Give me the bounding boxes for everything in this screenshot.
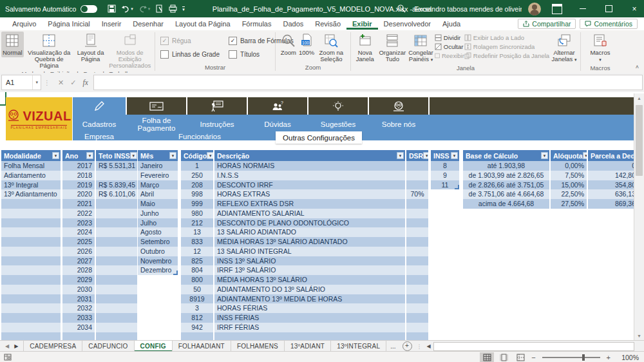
cell[interactable] (181, 332, 213, 341)
record-macro-icon[interactable] (0, 354, 12, 361)
comments-button[interactable]: Comentários (580, 19, 638, 29)
custom-views-button[interactable]: Modos de Exibição Personalizados (106, 32, 153, 70)
page-break-preview-button[interactable]: Visualização da Quebra de Página (24, 32, 75, 70)
cell[interactable]: Outubro (138, 247, 178, 256)
cell[interactable] (1, 323, 61, 332)
synchronous-scrolling-button[interactable]: Rolagem Sincronizada (464, 43, 549, 50)
restore-button[interactable] (599, 0, 618, 17)
cell[interactable]: 2018 (62, 171, 95, 180)
cell[interactable]: 2025 (62, 237, 95, 247)
cell[interactable]: MÉDIA HORAS 13º SALÁRIO (214, 275, 405, 285)
cell[interactable]: HORAS FÉRIAS (214, 303, 405, 313)
cell[interactable]: R$ 5.839,45 (96, 180, 137, 190)
cell[interactable]: 804 (181, 265, 213, 275)
cell[interactable]: ADIANTAMENTO 13º MEDIA DE HORAS (214, 294, 405, 304)
ribbon-tab-fórmulas[interactable]: Fórmulas (236, 19, 278, 30)
name-box-dropdown-icon[interactable]: ▾ (32, 75, 41, 90)
cell[interactable] (96, 323, 137, 332)
cell[interactable] (406, 199, 428, 209)
cell[interactable]: Março (138, 180, 178, 190)
new-window-button[interactable]: Nova Janela (352, 32, 377, 64)
cell[interactable]: 13 (181, 227, 213, 237)
column-header[interactable]: INSS▼ (431, 150, 459, 161)
filter-dropdown-icon[interactable]: ▼ (52, 152, 59, 159)
cell[interactable]: 7,50% (551, 171, 587, 180)
collapse-ribbon-icon[interactable]: ˄ (636, 64, 639, 70)
view-side-by-side-button[interactable]: Exibir Lado a Lado (464, 34, 549, 41)
cell[interactable]: INSS FÉRIAS (214, 313, 405, 323)
cell[interactable] (96, 247, 137, 256)
cell[interactable]: 354,80 (588, 180, 638, 190)
cell[interactable] (406, 313, 428, 323)
filter-dropdown-icon[interactable]: ▼ (583, 152, 587, 159)
filter-dropdown-icon[interactable]: ▼ (130, 152, 137, 159)
cell[interactable] (1, 199, 61, 209)
cell[interactable]: 2021 (62, 199, 95, 209)
cell[interactable] (406, 209, 428, 218)
cell[interactable] (406, 218, 428, 228)
cell[interactable] (96, 265, 137, 275)
cell[interactable]: de 3.751,06 até 4.664,68 (463, 189, 549, 199)
column-header[interactable]: Modalidade▼ (1, 150, 61, 161)
ribbon-tab-desenhar[interactable]: Desenhar (127, 19, 169, 30)
cell[interactable]: acima de 4.664,68 (463, 199, 549, 209)
hscroll-left-icon[interactable]: ◀ (424, 343, 433, 349)
cell[interactable]: 2029 (62, 275, 95, 285)
cell[interactable] (406, 332, 428, 341)
nav-tab-folha-pagamento[interactable]: Folha de Pagamento (127, 116, 186, 133)
sheet-nav-left-icon[interactable]: ◀ (5, 343, 9, 349)
cell[interactable]: Abril (138, 189, 178, 199)
column-header[interactable]: DSR▼ (406, 150, 428, 161)
split-button[interactable]: Dividir (435, 34, 464, 41)
cell[interactable]: 2032 (62, 303, 95, 313)
customize-qat-icon[interactable]: ▾ (180, 5, 187, 13)
cell[interactable] (96, 256, 137, 266)
cell[interactable] (406, 227, 428, 237)
ribbon-tab-arquivo[interactable]: Arquivo (6, 19, 42, 30)
cell[interactable]: 2019 (62, 180, 95, 190)
cell[interactable]: 999 (181, 199, 213, 209)
horizontal-scrollbar-thumb[interactable] (433, 342, 634, 351)
cell[interactable]: 2024 (62, 227, 95, 237)
cell[interactable] (406, 171, 428, 180)
cell[interactable]: 13 SALÁRIO ADIANTADO (214, 227, 405, 237)
sheet-tab-folhamens[interactable]: FOLHAMENS (231, 341, 285, 352)
nav-box-folha-pagamento[interactable] (127, 97, 186, 115)
nav-box-sobre-nos[interactable] (369, 97, 428, 115)
print-icon[interactable] (167, 3, 179, 14)
subtab-outras-configuracoes[interactable]: Outras Configurações (276, 131, 362, 144)
cell[interactable]: 2033 (62, 313, 95, 323)
cell[interactable] (1, 237, 61, 247)
nav-tab-sugestoes[interactable]: Sugestões (308, 116, 368, 133)
nav-tab-duvidas[interactable]: Dúvidas (248, 116, 307, 133)
nav-tab-cadastros[interactable]: Cadastros (73, 116, 126, 133)
page-break-status-button[interactable] (513, 352, 527, 362)
gridlines-checkbox[interactable]: Linhas de Grade (160, 50, 220, 59)
cell[interactable] (406, 265, 428, 275)
cell[interactable]: 13º Adiantamento (1, 189, 61, 199)
cell[interactable]: 142,80 (588, 171, 638, 180)
cell[interactable] (96, 218, 137, 228)
zoom-percentage[interactable]: 100% (618, 354, 639, 361)
sheet-tab-cadempresa[interactable]: CADEMPRESA (23, 341, 82, 352)
cell[interactable]: 13 SALÁRIO INTEGRAL (214, 247, 405, 256)
cell[interactable] (1, 285, 61, 294)
cell[interactable]: MÉDIA HORAS 13º SALÁRIO ADIANTADO (214, 237, 405, 247)
arrange-all-button[interactable]: Organizar Tudo (377, 32, 407, 64)
cell[interactable] (1, 256, 61, 266)
column-header[interactable]: Parcela a Deduzir▼ (588, 150, 638, 161)
freeze-panes-button[interactable]: Congelar Painéis ▾ (407, 32, 435, 64)
cell[interactable]: 12 (181, 247, 213, 256)
nav-box-duvidas[interactable]: ? (248, 97, 307, 115)
switch-windows-button[interactable]: Alternar Janelas ▾ (549, 32, 579, 64)
scroll-down-icon[interactable]: ▼ (637, 331, 641, 340)
cell[interactable]: 636,13 (588, 189, 638, 199)
cell[interactable]: HORAS EXTRAS (214, 189, 405, 199)
filter-dropdown-icon[interactable]: ▼ (451, 152, 458, 159)
cancel-entry-icon[interactable]: ✕ (58, 79, 64, 87)
cell[interactable]: 2022 (62, 209, 95, 218)
cell[interactable]: 212 (181, 218, 213, 228)
share-button[interactable]: Compartilhar (518, 19, 576, 29)
page-layout-view-button[interactable]: Layout da Página (75, 32, 107, 64)
ribbon-tab-layout-da-página[interactable]: Layout da Página (169, 19, 236, 30)
